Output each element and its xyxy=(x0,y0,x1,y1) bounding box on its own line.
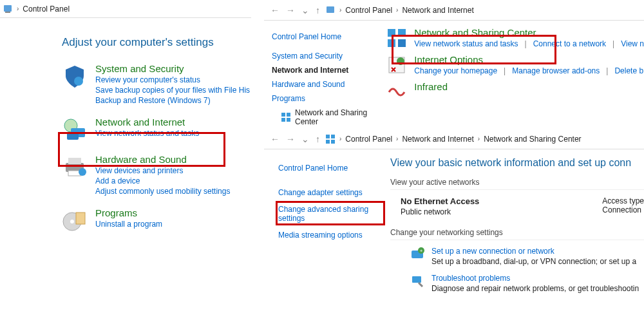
cp-icon xyxy=(3,4,13,14)
svg-point-11 xyxy=(70,220,74,223)
network-small-icon xyxy=(325,134,336,144)
page-title: View your basic network information and … xyxy=(390,157,644,169)
page-title: Adjust your computer's settings xyxy=(62,36,251,49)
item-infrared[interactable]: Infrared xyxy=(386,81,644,103)
dropdown-icon[interactable]: ⌄ xyxy=(300,5,310,15)
item-link[interactable]: Delete b xyxy=(614,66,643,75)
network-connection-label: Connection xyxy=(602,205,644,214)
main-content: View your basic network information and … xyxy=(390,149,644,301)
item-title[interactable]: Infrared xyxy=(414,81,448,92)
sidebar-item-active[interactable]: Network and Internet xyxy=(272,63,379,77)
category-link[interactable]: Uninstall a program xyxy=(95,220,162,229)
svg-text:+: + xyxy=(420,248,423,254)
chevron-right-icon: › xyxy=(478,135,480,142)
svg-point-9 xyxy=(79,168,86,176)
category-title[interactable]: System and Security xyxy=(95,63,250,74)
sidebar-subitem[interactable]: Network and Sharing Center xyxy=(272,106,379,129)
back-arrow-icon[interactable]: ← xyxy=(269,134,281,144)
category-programs[interactable]: Programs Uninstall a program xyxy=(18,207,251,233)
category-link[interactable]: Adjust commonly used mobility settings xyxy=(95,187,230,196)
category-link[interactable]: View devices and printers xyxy=(95,166,230,175)
svg-rect-0 xyxy=(4,5,12,12)
sidebar-item[interactable]: Programs xyxy=(272,91,379,106)
item-link[interactable]: Change your homepage xyxy=(414,66,497,75)
breadcrumb-item[interactable]: Network and Internet xyxy=(402,6,473,15)
active-network-row: No Ethernet Access Public network Access… xyxy=(390,196,644,216)
svg-rect-31 xyxy=(412,276,421,283)
item-new-connection[interactable]: + Set up a new connection or network Set… xyxy=(390,247,644,266)
network-name: No Ethernet Access xyxy=(401,196,479,206)
svg-rect-17 xyxy=(287,118,290,122)
category-title[interactable]: Network and Internet xyxy=(95,117,199,128)
fwd-arrow-icon[interactable]: → xyxy=(285,5,296,15)
item-title[interactable]: Troubleshoot problems xyxy=(431,274,639,283)
network-small-icon xyxy=(281,112,291,122)
svg-rect-25 xyxy=(331,135,335,138)
fwd-arrow-icon[interactable]: → xyxy=(285,134,296,144)
breadcrumb-item[interactable]: Control Panel xyxy=(23,5,70,14)
category-link[interactable]: Backup and Restore (Windows 7) xyxy=(95,96,250,105)
up-arrow-icon[interactable]: ↑ xyxy=(314,134,321,144)
svg-rect-14 xyxy=(281,113,285,117)
svg-rect-27 xyxy=(331,140,335,144)
breadcrumb-item[interactable]: Network and Internet xyxy=(402,135,473,144)
nav-bar: ← → ⌄ ↑ › Control Panel › Network and In… xyxy=(264,0,644,21)
item-troubleshoot[interactable]: Troubleshoot problems Diagnose and repai… xyxy=(390,274,644,293)
dropdown-icon[interactable]: ⌄ xyxy=(300,134,310,144)
up-arrow-icon[interactable]: ↑ xyxy=(314,5,321,15)
svg-rect-26 xyxy=(326,140,330,144)
chevron-right-icon: › xyxy=(339,6,341,14)
shield-icon xyxy=(62,63,88,89)
cp-icon xyxy=(325,5,336,15)
chevron-right-icon: › xyxy=(396,135,398,142)
highlight-box xyxy=(392,35,556,64)
network-access-label: Access type xyxy=(602,196,644,205)
breadcrumb-item[interactable]: Control Panel xyxy=(345,6,392,15)
breadcrumb-bar: › Control Panel xyxy=(0,0,251,18)
item-desc: Diagnose and repair network problems, or… xyxy=(431,284,639,293)
item-link[interactable]: Manage browser add-ons xyxy=(512,66,600,75)
network-sharing-window: ← → ⌄ ↑ › Control Panel › Network and In… xyxy=(264,129,644,322)
item-desc: Set up a broadband, dial-up, or VPN conn… xyxy=(431,257,636,266)
breadcrumb-item[interactable]: Control Panel xyxy=(345,135,392,144)
item-link[interactable]: View n xyxy=(621,39,644,48)
category-link[interactable]: Add a device xyxy=(95,176,230,185)
sidebar-link-media[interactable]: Media streaming options xyxy=(278,227,386,243)
highlight-box xyxy=(58,132,225,167)
category-title[interactable]: Programs xyxy=(95,207,162,218)
highlight-box xyxy=(276,201,385,225)
nav-bar: ← → ⌄ ↑ › Control Panel › Network and In… xyxy=(264,129,644,149)
category-link[interactable]: Review your computer's status xyxy=(95,75,250,84)
infrared-icon xyxy=(386,81,408,103)
disc-icon xyxy=(62,207,88,233)
svg-rect-16 xyxy=(281,118,285,122)
sidebar-item[interactable]: System and Security xyxy=(272,49,379,63)
network-type: Public network xyxy=(401,207,479,216)
back-arrow-icon[interactable]: ← xyxy=(269,5,281,15)
sidebar-home[interactable]: Control Panel Home xyxy=(272,30,379,44)
svg-rect-24 xyxy=(326,135,330,138)
svg-rect-1 xyxy=(5,12,10,13)
sidebar-home[interactable]: Control Panel Home xyxy=(278,160,386,176)
sidebar-link-adapter[interactable]: Change adapter settings xyxy=(278,184,386,201)
svg-point-2 xyxy=(74,77,83,86)
chevron-right-icon: › xyxy=(339,135,341,142)
svg-rect-13 xyxy=(327,6,334,13)
svg-rect-12 xyxy=(76,213,85,224)
sidebar: Control Panel Home System and Security N… xyxy=(264,21,383,129)
section-label: Change your networking settings xyxy=(390,228,644,240)
chevron-right-icon: › xyxy=(396,6,398,14)
sidebar-item[interactable]: Hardware and Sound xyxy=(272,77,379,91)
category-system-security[interactable]: System and Security Review your computer… xyxy=(18,63,251,105)
category-link[interactable]: Save backup copies of your files with Fi… xyxy=(95,86,250,95)
chevron-right-icon: › xyxy=(17,5,19,12)
item-title[interactable]: Set up a new connection or network xyxy=(431,247,636,256)
troubleshoot-icon xyxy=(410,274,425,289)
svg-rect-15 xyxy=(287,113,290,117)
network-internet-window: ← → ⌄ ↑ › Control Panel › Network and In… xyxy=(264,0,644,129)
section-label: View your active networks xyxy=(390,178,644,190)
breadcrumb-item[interactable]: Network and Sharing Center xyxy=(484,135,581,144)
new-connection-icon: + xyxy=(410,247,425,262)
